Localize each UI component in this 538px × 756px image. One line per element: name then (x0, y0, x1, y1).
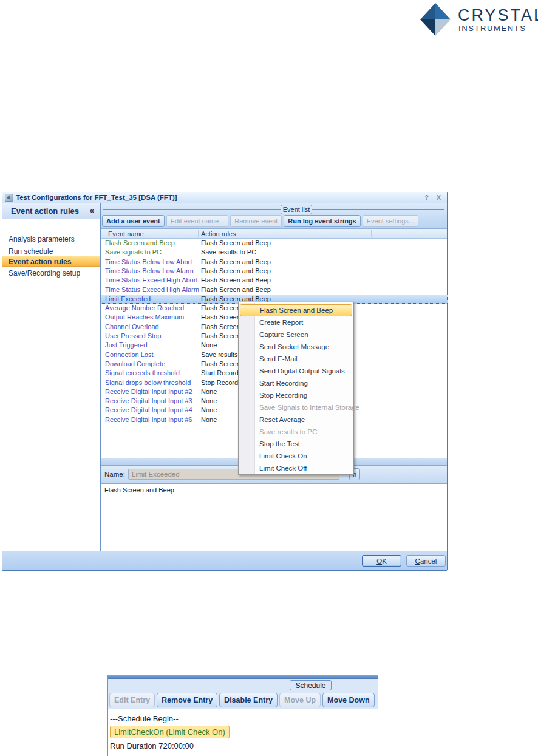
menu-item-flash-screen-and-beep[interactable]: Flash Screen and Beep (240, 304, 352, 316)
sidebar-item-event-action-rules[interactable]: Event action rules (2, 256, 100, 267)
event-name: Time Status Below Low Alarm (105, 267, 194, 276)
menu-item-limit-check-on[interactable]: Limit Check On (240, 450, 352, 462)
schedule-entry-run-duration-720-00-00[interactable]: Run Duration 720:00:00 (110, 740, 378, 752)
ok-button[interactable]: OK (362, 555, 401, 567)
menu-item-create-report[interactable]: Create Report (240, 316, 352, 329)
schedule-group-label: Schedule (290, 680, 332, 690)
event-name: Receive Digital Input Input #6 (105, 415, 192, 424)
event-name: Limit Exceeded (105, 295, 151, 304)
schedule-panel: Schedule Edit EntryRemove EntryDisable E… (107, 675, 378, 756)
action-rule: None (201, 415, 217, 424)
event-list-group-label: Event list (281, 205, 312, 214)
menu-item-reset-average[interactable]: Reset Average (240, 414, 352, 426)
event-name: Time Status Exceed High Alarm (105, 285, 199, 295)
event-settings-button[interactable]: Event settings... (363, 215, 418, 227)
sidebar-header-label: Event action rules (11, 206, 79, 216)
event-row-save-signals-to-pc[interactable]: Save signals to PCSave results to PC (101, 248, 448, 257)
schedule-groupbox-line (108, 690, 378, 690)
menu-item-send-digital-output-signals[interactable]: Send Digital Output Signals (240, 365, 352, 377)
event-row-time-status-exceed-high-alarm[interactable]: Time Status Exceed High AlarmFlash Scree… (101, 285, 448, 295)
action-rule: None (201, 387, 217, 397)
event-row-time-status-below-low-alarm[interactable]: Time Status Below Low AlarmFlash Screen … (101, 267, 448, 276)
column-action-rules[interactable]: Action rules (201, 230, 236, 237)
event-name: Connection Lost (105, 350, 154, 359)
event-name: Save signals to PC (105, 248, 162, 257)
move-up-button[interactable]: Move Up (279, 693, 321, 707)
run-log-event-strings-button[interactable]: Run log event strings (284, 215, 360, 227)
event-name: Download Complete (105, 359, 165, 369)
event-name: Signal drops below threshold (105, 378, 191, 387)
schedule-entry-list: ---Schedule Begin--LimitCheckOn (Limit C… (108, 709, 378, 756)
collapse-chevron-icon[interactable]: « (90, 206, 94, 215)
event-name: Receive Digital Input Input #4 (105, 406, 192, 415)
schedule-toolbar: Edit EntryRemove EntryDisable EntryMove … (109, 693, 375, 707)
action-description-text: Flash Screen and Beep (104, 486, 174, 494)
dialog-footer: OK Cancel (2, 551, 447, 570)
column-event-name[interactable]: Event name (108, 230, 144, 237)
event-name: Receive Digital Input Input #3 (105, 397, 192, 406)
action-rule: None (201, 341, 217, 350)
remove-event-button[interactable]: Remove event (230, 215, 282, 227)
event-row-flash-screen-and-beep[interactable]: Flash Screen and BeepFlash Screen and Be… (101, 239, 448, 248)
remove-entry-button[interactable]: Remove Entry (157, 693, 217, 707)
brand-name: CRYSTAL (458, 6, 538, 25)
dialog-titlebar[interactable]: Test Configurations for FFT_Test_35 [DSA… (2, 192, 447, 203)
close-button[interactable]: X (437, 194, 441, 201)
schedule-header-area: Schedule Edit EntryRemove EntryDisable E… (108, 679, 378, 709)
menu-item-stop-the-test[interactable]: Stop the Test (240, 438, 352, 450)
event-name: Receive Digital Input Input #2 (105, 387, 192, 397)
event-name: Output Reaches Maximum (105, 313, 184, 322)
sidebar-header: Event action rules « (2, 203, 100, 219)
event-name: Time Status Exceed High Abort (105, 276, 197, 285)
action-context-menu: Flash Screen and BeepCreate ReportCaptur… (238, 302, 354, 475)
menu-item-start-recording[interactable]: Start Recording (240, 377, 352, 389)
edit-entry-button[interactable]: Edit Entry (109, 693, 155, 707)
dialog-title: Test Configurations for FFT_Test_35 [DSA… (16, 194, 177, 201)
sidebar-item-analysis-parameters[interactable]: Analysis parameters (2, 234, 100, 245)
crystal-instruments-logo: CRYSTAL INSTRUMENTS (418, 1, 537, 36)
move-down-button[interactable]: Move Down (322, 693, 374, 707)
schedule-entry-limitcheckon-limit-check-on[interactable]: LimitCheckOn (Limit Check On) (110, 726, 230, 738)
event-list-toolbar-area: Event list Add a user eventEdit event na… (101, 203, 447, 229)
schedule-entry-schedule-begin[interactable]: ---Schedule Begin-- (110, 712, 378, 725)
action-rule: Flash Screen and Beep (201, 267, 271, 276)
event-name: Just Triggered (105, 341, 148, 350)
event-name: Flash Screen and Beep (105, 239, 175, 248)
menu-item-save-signals-to-internal-storage: Save Signals to Internal Storage (240, 401, 352, 414)
action-rule: None (201, 406, 217, 415)
disable-entry-button[interactable]: Disable Entry (219, 693, 278, 707)
event-row-time-status-exceed-high-abort[interactable]: Time Status Exceed High AbortFlash Scree… (101, 276, 448, 285)
action-rule: Save results to PC (201, 248, 256, 257)
column-divider (198, 230, 199, 237)
action-rule: Flash Screen and Beep (201, 285, 271, 295)
action-rule: Flash Screen and Beep (201, 239, 271, 248)
action-rule: Flash Screen and Beep (201, 276, 271, 285)
groupbox-line (103, 209, 444, 210)
cancel-button[interactable]: Cancel (406, 555, 446, 567)
menu-item-limit-check-off[interactable]: Limit Check Off (240, 462, 352, 474)
sidebar: Event action rules « Analysis parameters… (2, 203, 101, 551)
menu-item-stop-recording[interactable]: Stop Recording (240, 389, 352, 401)
add-a-user-event-button[interactable]: Add a user event (102, 215, 165, 227)
event-row-time-status-below-low-abort[interactable]: Time Status Below Low AbortFlash Screen … (101, 257, 448, 267)
action-description-area[interactable]: Flash Screen and Beep (101, 483, 447, 551)
help-button[interactable]: ? (424, 194, 429, 201)
event-name: Average Number Reached (105, 304, 184, 313)
column-divider (371, 230, 372, 237)
event-name: Time Status Below Low Abort (105, 257, 192, 267)
sidebar-item-save-recording-setup[interactable]: Save/Recording setup (2, 268, 100, 279)
action-rule: None (201, 397, 217, 406)
diamond-logo-icon (418, 2, 453, 37)
event-name: Channel Overload (105, 322, 159, 332)
menu-item-save-results-to-pc: Save results to PC (240, 426, 352, 438)
menu-item-send-e-mail[interactable]: Send E-Mail (240, 353, 352, 365)
action-rule: Flash Screen and Beep (201, 257, 271, 267)
edit-event-name-button[interactable]: Edit event name... (166, 215, 229, 227)
document-page: { "logo": {"line1": "CRYSTAL", "line2": … (0, 0, 538, 756)
menu-item-capture-screen[interactable]: Capture Screen (240, 329, 352, 341)
dialog-icon (5, 194, 13, 202)
name-label: Name: (104, 471, 125, 478)
event-name: User Pressed Stop (105, 332, 161, 341)
menu-item-send-socket-message[interactable]: Send Socket Message (240, 341, 352, 353)
event-toolbar: Add a user eventEdit event name...Remove… (102, 215, 418, 227)
